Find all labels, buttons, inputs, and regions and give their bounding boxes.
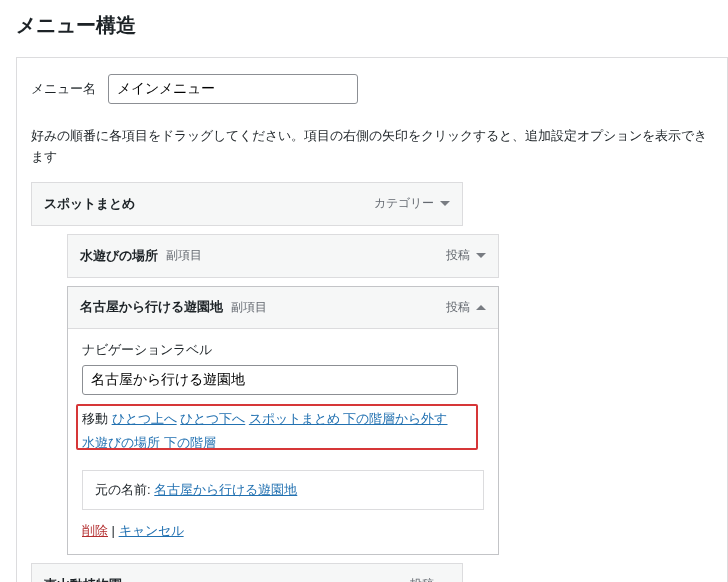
menu-item-higashiyama[interactable]: 東山動植物園 投稿 bbox=[31, 563, 463, 582]
menu-item-spot-summary[interactable]: スポットまとめ カテゴリー bbox=[31, 182, 463, 226]
original-name-box: 元の名前: 名古屋から行ける遊園地 bbox=[82, 470, 484, 510]
nav-label-caption: ナビゲーションラベル bbox=[82, 341, 484, 359]
move-controls: 移動 ひとつ上へ ひとつ下へ スポットまとめ 下の階層から外す 水遊びの場所 下… bbox=[82, 407, 484, 456]
menu-item-type: 投稿 bbox=[410, 576, 434, 582]
menu-item-title: 水遊びの場所 bbox=[80, 247, 158, 265]
menu-name-input[interactable] bbox=[108, 74, 358, 104]
separator: | bbox=[108, 523, 119, 538]
chevron-down-icon[interactable] bbox=[476, 253, 486, 258]
remove-link[interactable]: 削除 bbox=[82, 523, 108, 538]
chevron-up-icon[interactable] bbox=[476, 305, 486, 310]
menu-item-settings: ナビゲーションラベル 移動 ひとつ上へ ひとつ下へ スポットまとめ 下の階層から… bbox=[68, 329, 498, 554]
chevron-down-icon[interactable] bbox=[440, 201, 450, 206]
menu-structure-panel: メニュー名 好みの順番に各項目をドラッグしてください。項目の右側の矢印をクリック… bbox=[16, 57, 728, 582]
menu-item-nagoya-yuenchi[interactable]: 名古屋から行ける遊園地 副項目 投稿 ナビゲーションラベル 移動 ひとつ上へ ひ… bbox=[67, 286, 499, 555]
menu-item-title: 東山動植物園 bbox=[44, 576, 122, 582]
menu-item-title: スポットまとめ bbox=[44, 195, 135, 213]
move-up-link[interactable]: ひとつ上へ bbox=[112, 411, 177, 426]
page-title: メニュー構造 bbox=[16, 12, 728, 39]
menu-item-mizuasobi[interactable]: 水遊びの場所 副項目 投稿 bbox=[67, 234, 499, 278]
cancel-link[interactable]: キャンセル bbox=[119, 523, 184, 538]
move-down-link[interactable]: ひとつ下へ bbox=[180, 411, 245, 426]
menu-item-type: 投稿 bbox=[446, 299, 470, 316]
menu-item-sublabel: 副項目 bbox=[166, 247, 202, 264]
menu-item-sublabel: 副項目 bbox=[231, 299, 267, 316]
move-label: 移動 bbox=[82, 411, 108, 426]
drag-instruction-text: 好みの順番に各項目をドラッグしてください。項目の右側の矢印をクリックすると、追加… bbox=[31, 126, 709, 168]
move-out-parent-link[interactable]: スポットまとめ 下の階層から外す bbox=[249, 411, 448, 426]
original-name-link[interactable]: 名古屋から行ける遊園地 bbox=[154, 482, 297, 497]
menu-item-title: 名古屋から行ける遊園地 bbox=[80, 298, 223, 316]
menu-name-label: メニュー名 bbox=[31, 80, 96, 98]
menu-item-type: 投稿 bbox=[446, 247, 470, 264]
nav-label-input[interactable] bbox=[82, 365, 458, 395]
menu-item-type: カテゴリー bbox=[374, 195, 434, 212]
original-name-label: 元の名前: bbox=[95, 482, 151, 497]
move-under-sibling-link[interactable]: 水遊びの場所 下の階層 bbox=[82, 435, 216, 450]
